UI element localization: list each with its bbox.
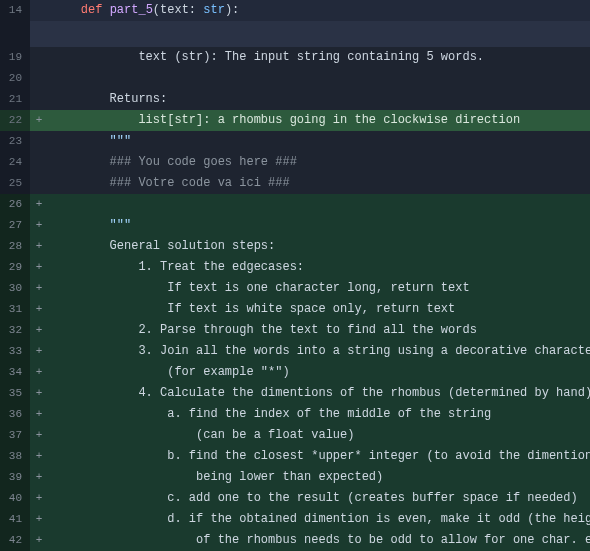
code-content: 1. Treat the edgecases:: [48, 257, 590, 278]
code-content: d. if the obtained dimention is even, ma…: [48, 509, 590, 530]
code-line[interactable]: 36+ a. find the index of the middle of t…: [0, 404, 590, 425]
diff-marker: +: [30, 320, 48, 341]
line-number: 25: [0, 173, 30, 194]
code-content: c. add one to the result (creates buffer…: [48, 488, 590, 509]
code-line[interactable]: [0, 21, 590, 47]
line-number: [0, 21, 30, 47]
diff-marker: +: [30, 194, 48, 215]
code-content: being lower than expected): [48, 467, 590, 488]
diff-marker: +: [30, 362, 48, 383]
code-line[interactable]: 28+ General solution steps:: [0, 236, 590, 257]
diff-marker: +: [30, 488, 48, 509]
diff-marker: +: [30, 257, 48, 278]
diff-marker: +: [30, 425, 48, 446]
code-content: General solution steps:: [48, 236, 590, 257]
diff-marker: +: [30, 467, 48, 488]
code-line[interactable]: 24 ### You code goes here ###: [0, 152, 590, 173]
line-number: 36: [0, 404, 30, 425]
line-number: 22: [0, 110, 30, 131]
line-number: 41: [0, 509, 30, 530]
code-content: 3. Join all the words into a string usin…: [48, 341, 590, 362]
code-line[interactable]: 32+ 2. Parse through the text to find al…: [0, 320, 590, 341]
line-number: 27: [0, 215, 30, 236]
code-content: (for example "*"): [48, 362, 590, 383]
code-line[interactable]: 35+ 4. Calculate the dimentions of the r…: [0, 383, 590, 404]
code-line[interactable]: 33+ 3. Join all the words into a string …: [0, 341, 590, 362]
line-number: 31: [0, 299, 30, 320]
line-number: 21: [0, 89, 30, 110]
code-content: If text is one character long, return te…: [48, 278, 590, 299]
code-content: of the rhombus needs to be odd to allow …: [48, 530, 590, 551]
code-line[interactable]: 34+ (for example "*"): [0, 362, 590, 383]
code-line[interactable]: 41+ d. if the obtained dimention is even…: [0, 509, 590, 530]
line-number: 26: [0, 194, 30, 215]
code-line[interactable]: 42+ of the rhombus needs to be odd to al…: [0, 530, 590, 551]
line-number: 24: [0, 152, 30, 173]
code-line[interactable]: 30+ If text is one character long, retur…: [0, 278, 590, 299]
code-line[interactable]: 37+ (can be a float value): [0, 425, 590, 446]
diff-marker: +: [30, 236, 48, 257]
code-line[interactable]: 27+ """: [0, 215, 590, 236]
code-content: ### You code goes here ###: [48, 152, 590, 173]
code-line[interactable]: 39+ being lower than expected): [0, 467, 590, 488]
diff-marker: +: [30, 404, 48, 425]
code-content: def part_5(text: str):: [48, 0, 590, 21]
diff-marker: +: [30, 110, 48, 131]
diff-marker: +: [30, 446, 48, 467]
line-number: 23: [0, 131, 30, 152]
code-content: a. find the index of the middle of the s…: [48, 404, 590, 425]
line-number: 39: [0, 467, 30, 488]
line-number: 29: [0, 257, 30, 278]
code-line[interactable]: 22+ list[str]: a rhombus going in the cl…: [0, 110, 590, 131]
diff-marker: +: [30, 299, 48, 320]
diff-marker: +: [30, 530, 48, 551]
line-number: 28: [0, 236, 30, 257]
code-line[interactable]: 26+: [0, 194, 590, 215]
line-number: 33: [0, 341, 30, 362]
diff-marker: +: [30, 215, 48, 236]
line-number: 38: [0, 446, 30, 467]
code-content: Returns:: [48, 89, 590, 110]
code-content: b. find the closest *upper* integer (to …: [48, 446, 590, 467]
line-number: 34: [0, 362, 30, 383]
code-content: (can be a float value): [48, 425, 590, 446]
diff-view: 14 def part_5(text: str):19 text (str): …: [0, 0, 590, 551]
line-number: 42: [0, 530, 30, 551]
line-number: 40: [0, 488, 30, 509]
code-line[interactable]: 25 ### Votre code va ici ###: [0, 173, 590, 194]
diff-marker: +: [30, 341, 48, 362]
line-number: 37: [0, 425, 30, 446]
line-number: 19: [0, 47, 30, 68]
code-content: If text is white space only, return text: [48, 299, 590, 320]
code-content: 2. Parse through the text to find all th…: [48, 320, 590, 341]
code-line[interactable]: 14 def part_5(text: str):: [0, 0, 590, 21]
code-line[interactable]: 38+ b. find the closest *upper* integer …: [0, 446, 590, 467]
code-line[interactable]: 40+ c. add one to the result (creates bu…: [0, 488, 590, 509]
code-line[interactable]: 19 text (str): The input string containi…: [0, 47, 590, 68]
code-content: ### Votre code va ici ###: [48, 173, 590, 194]
code-line[interactable]: 31+ If text is white space only, return …: [0, 299, 590, 320]
code-content: """: [48, 131, 590, 152]
code-line[interactable]: 20: [0, 68, 590, 89]
code-line[interactable]: 29+ 1. Treat the edgecases:: [0, 257, 590, 278]
code-line[interactable]: 21 Returns:: [0, 89, 590, 110]
line-number: 20: [0, 68, 30, 89]
line-number: 32: [0, 320, 30, 341]
diff-marker: +: [30, 383, 48, 404]
code-line[interactable]: 23 """: [0, 131, 590, 152]
line-number: 35: [0, 383, 30, 404]
code-content: """: [48, 215, 590, 236]
line-number: 30: [0, 278, 30, 299]
diff-marker: +: [30, 509, 48, 530]
code-content: 4. Calculate the dimentions of the rhomb…: [48, 383, 590, 404]
code-content: list[str]: a rhombus going in the clockw…: [48, 110, 590, 131]
diff-marker: +: [30, 278, 48, 299]
code-content: text (str): The input string containing …: [48, 47, 590, 68]
line-number: 14: [0, 0, 30, 21]
